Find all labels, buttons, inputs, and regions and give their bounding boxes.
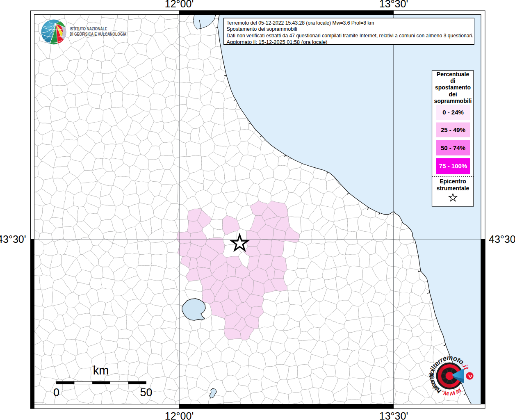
svg-text:Terremoto del 05-12-2022 15:43: Terremoto del 05-12-2022 15:43:28 (ora l…	[227, 20, 374, 26]
svg-text:0 - 24%: 0 - 24%	[442, 109, 464, 116]
svg-text:soprammobili: soprammobili	[434, 98, 472, 104]
svg-text:strumentale: strumentale	[437, 185, 469, 192]
svg-text:km: km	[93, 364, 109, 377]
svg-text:DI GEOFISICA E VULCANOLOGIA: DI GEOFISICA E VULCANOLOGIA	[70, 31, 127, 36]
svg-text:50: 50	[140, 386, 152, 399]
svg-text:di: di	[450, 78, 455, 84]
svg-text:43°30': 43°30'	[489, 233, 515, 245]
svg-text:43°30': 43°30'	[0, 233, 26, 245]
svg-text:Spostamento dei soprammobili: Spostamento dei soprammobili	[227, 26, 297, 32]
svg-text:75 - 100%: 75 - 100%	[439, 162, 467, 169]
svg-text:13°30': 13°30'	[379, 410, 408, 420]
svg-text:ISTITUTO NAZIONALE: ISTITUTO NAZIONALE	[70, 26, 107, 31]
svg-text:Dati non verificati estratti d: Dati non verificati estratti da 47 quest…	[227, 33, 474, 39]
svg-text:Percentuale: Percentuale	[437, 71, 469, 78]
svg-text:Epicentro: Epicentro	[440, 178, 466, 185]
svg-text:0: 0	[53, 386, 59, 399]
svg-text:dei: dei	[449, 91, 457, 98]
svg-text:25 - 49%: 25 - 49%	[441, 126, 465, 133]
svg-text:12°00': 12°00'	[165, 410, 194, 420]
svg-text:spostamento: spostamento	[435, 84, 471, 91]
svg-text:50 - 74%: 50 - 74%	[441, 144, 465, 151]
svg-text:Aggiornato il: 15-12-2025 01:5: Aggiornato il: 15-12-2025 01:58 (ora loc…	[227, 39, 328, 45]
svg-text:13°30': 13°30'	[379, 0, 408, 9]
svg-text:12°00': 12°00'	[165, 0, 194, 9]
